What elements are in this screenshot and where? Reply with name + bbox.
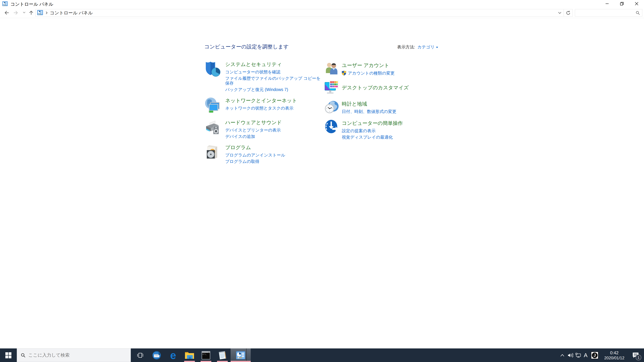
taskbar-app-thunderbird[interactable]	[148, 349, 165, 362]
address-bar[interactable]: コントロール パネル	[36, 9, 573, 16]
category-programs: プログラム プログラムのアンインストール プログラムの取得	[204, 143, 322, 164]
control-panel-home: コンピューターの設定を調整します 表示方法: カテゴリ システムとセキュリティ …	[0, 18, 644, 349]
speaker-icon	[568, 353, 573, 358]
category-title-hardware-sound[interactable]: ハードウェアとサウンド	[225, 119, 282, 126]
search-icon[interactable]	[636, 10, 640, 15]
svg-text:C:\_: C:\_	[202, 354, 207, 355]
navigation-bar: コントロール パネル	[0, 7, 644, 18]
taskbar-app-control-panel[interactable]	[230, 349, 251, 362]
up-button[interactable]	[28, 9, 35, 16]
view-by-label: 表示方法:	[397, 44, 415, 50]
task-link[interactable]: プログラムのアンインストール	[225, 153, 285, 158]
explorer-search-input[interactable]	[575, 10, 636, 15]
running-indicator	[230, 361, 251, 362]
task-link[interactable]: コンピューターの状態を確認	[225, 69, 322, 74]
taskbar-app-notepad[interactable]	[214, 349, 230, 362]
action-center-button[interactable]: 1	[629, 349, 642, 362]
task-link[interactable]: デバイスの追加	[225, 134, 282, 139]
restore-button[interactable]	[614, 0, 629, 7]
taskbar: e C:\_	[0, 349, 644, 362]
control-panel-icon	[2, 1, 8, 7]
ime-tool-button[interactable]: J	[590, 349, 600, 362]
category-title-network-internet[interactable]: ネットワークとインターネット	[225, 97, 297, 104]
ime-j-icon: J	[591, 352, 598, 359]
task-link[interactable]: 日付、時刻、数値形式の変更	[342, 109, 396, 114]
network-button[interactable]	[574, 349, 582, 362]
search-icon	[21, 353, 26, 358]
windows-logo-icon	[5, 352, 12, 358]
category-system-and-security: システムとセキュリティ コンピューターの状態を確認 ファイル履歴でファイルのバッ…	[204, 60, 322, 92]
control-panel-icon	[236, 351, 245, 359]
category-hardware-and-sound: ハードウェアとサウンド デバイスとプリンターの表示 デバイスの追加	[204, 118, 322, 139]
category-title-desktop-customization[interactable]: デスクトップのカスタマイズ	[342, 84, 409, 91]
notepad-icon	[218, 351, 227, 360]
task-link[interactable]: 視覚ディスプレイの最適化	[342, 135, 403, 140]
ime-mode-indicator[interactable]: A	[582, 349, 589, 362]
task-link[interactable]: ファイル履歴でファイルのバックアップ コピーを保存	[225, 76, 322, 86]
category-title-ease-of-access[interactable]: コンピューターの簡単操作	[342, 120, 403, 127]
refresh-button[interactable]	[564, 9, 572, 16]
taskbar-clock[interactable]: 0:42 2020/01/12	[602, 349, 627, 362]
ethernet-network-icon	[576, 353, 581, 358]
view-by-control: 表示方法: カテゴリ	[397, 44, 438, 50]
task-link[interactable]: プログラムの取得	[225, 159, 285, 164]
window-title: コントロール パネル	[10, 1, 53, 7]
running-indicator	[184, 361, 195, 362]
category-appearance-personalization: デスクトップのカスタマイズ	[324, 81, 435, 96]
file-explorer-icon	[185, 351, 194, 360]
category-network-and-internet: ネットワークとインターネット ネットワークの状態とタスクの表示	[204, 96, 322, 114]
breadcrumb-chevron-icon[interactable]	[45, 11, 48, 14]
taskbar-search-box[interactable]	[17, 349, 131, 362]
taskbar-app-edge[interactable]: e	[165, 349, 181, 362]
notification-badge: 1	[636, 355, 641, 360]
address-dropdown-button[interactable]	[556, 9, 564, 16]
chevron-up-icon	[560, 354, 564, 357]
command-prompt-icon: C:\_	[202, 351, 210, 360]
category-title-clock-region[interactable]: 時計と地域	[342, 100, 396, 107]
title-bar: コントロール パネル	[0, 0, 644, 7]
taskbar-app-command-prompt[interactable]: C:\_	[198, 349, 214, 362]
breadcrumb-control-panel[interactable]: コントロール パネル	[50, 10, 93, 16]
start-button[interactable]	[0, 349, 17, 362]
page-title: コンピューターの設定を調整します	[204, 43, 289, 50]
category-title-user-accounts[interactable]: ユーザー アカウント	[342, 62, 394, 69]
clock-region-icon[interactable]	[324, 100, 339, 115]
clock-date: 2020/01/12	[604, 356, 624, 361]
explorer-search-box[interactable]	[575, 9, 642, 16]
category-title-system-security[interactable]: システムとセキュリティ	[225, 61, 322, 68]
programs-icon[interactable]	[204, 143, 222, 161]
running-indicator	[217, 361, 228, 362]
task-link-uac[interactable]: アカウントの種類の変更	[342, 70, 394, 76]
task-link[interactable]: ネットワークの状態とタスクの表示	[225, 106, 297, 111]
task-link[interactable]: バックアップと復元 (Windows 7)	[225, 87, 322, 92]
taskbar-app-file-explorer[interactable]	[181, 349, 198, 362]
ease-of-access-icon[interactable]	[324, 119, 339, 135]
minimize-button[interactable]	[600, 0, 614, 7]
task-link[interactable]: デバイスとプリンターの表示	[225, 128, 282, 133]
running-indicator	[200, 361, 211, 362]
category-title-programs[interactable]: プログラム	[225, 144, 285, 151]
system-security-icon[interactable]	[204, 60, 222, 78]
tray-overflow-button[interactable]	[558, 349, 566, 362]
close-button[interactable]	[629, 0, 644, 7]
view-by-category-dropdown[interactable]: カテゴリ	[418, 44, 434, 50]
chevron-down-icon[interactable]	[436, 47, 438, 48]
volume-button[interactable]	[566, 349, 574, 362]
clock-time: 0:42	[610, 350, 619, 356]
forward-button[interactable]	[12, 9, 20, 16]
hardware-sound-icon[interactable]	[204, 118, 222, 136]
desktop-customization-icon[interactable]	[324, 81, 339, 96]
taskbar-search-input[interactable]	[28, 353, 131, 358]
task-view-icon	[137, 352, 144, 359]
thunderbird-icon	[152, 351, 161, 360]
control-panel-icon	[37, 10, 43, 16]
edge-icon: e	[170, 351, 176, 360]
back-button[interactable]	[3, 9, 10, 16]
task-view-button[interactable]	[132, 349, 148, 362]
category-user-accounts: ユーザー アカウント アカウントの種類の変更	[324, 61, 435, 77]
user-accounts-icon[interactable]	[324, 61, 339, 77]
network-internet-icon[interactable]	[204, 96, 222, 114]
uac-shield-icon	[342, 70, 346, 76]
recent-locations-dropdown[interactable]	[20, 9, 28, 16]
task-link[interactable]: 設定の提案の表示	[342, 128, 403, 133]
